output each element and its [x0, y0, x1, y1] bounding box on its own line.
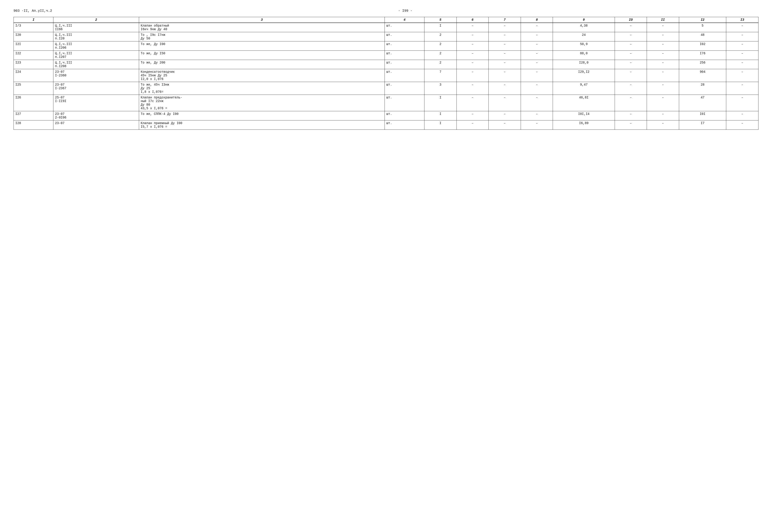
cell-9-c2: 23-07 2-0I06	[53, 111, 139, 120]
table-row: I/3Ц.I,ч.III II66Клапан обратный I6кч 9н…	[14, 23, 758, 32]
cell-7-c4: шт.	[385, 82, 424, 95]
cell-3-c12: I02	[679, 41, 726, 51]
cell-5-c8: –	[521, 60, 553, 69]
cell-3-c5: 2	[424, 41, 457, 51]
cell-8-c2: 25-07 I-II9I	[53, 95, 139, 111]
cell-4-c8: –	[521, 51, 553, 60]
cell-1-c2: Ц.I,ч.III II66	[53, 23, 139, 32]
col-header-3: 3	[139, 17, 385, 23]
cell-3-c4: шт.	[385, 41, 424, 51]
cell-10-c3: Клапан приемный Ду I00 I5,7 x I,076 =	[139, 120, 385, 130]
cell-7-c1: I25	[14, 82, 53, 95]
cell-10-c5: I	[424, 120, 457, 130]
cell-9-c11: –	[647, 111, 679, 120]
cell-1-c3: Клапан обратный I6кч 9нж Ду 40	[139, 23, 385, 32]
col-header-2: 2	[53, 17, 139, 23]
table-row: I20Ц.I,ч.III п.I20То , I9с I7нж Ду 50шт.…	[14, 32, 758, 41]
cell-10-c9: I6,89	[553, 120, 615, 130]
page-header: 903 -II, Ап.уII,ч.2 - I99 -	[14, 9, 758, 13]
cell-8-c8: –	[521, 95, 553, 111]
cell-4-c6: –	[456, 51, 489, 60]
cell-7-c5: 3	[424, 82, 457, 95]
table-header-row: I 2 3 4 5 6 7 8 9 IO II I2 I3	[14, 17, 758, 23]
cell-1-c4: шт.	[385, 23, 424, 32]
cell-8-c10: –	[615, 95, 647, 111]
cell-9-c7: –	[489, 111, 521, 120]
cell-2-c2: Ц.I,ч.III п.I20	[53, 32, 139, 41]
cell-9-c12: I0I	[679, 111, 726, 120]
col-header-4: 4	[385, 17, 424, 23]
cell-8-c1: I26	[14, 95, 53, 111]
cell-10-c11: –	[647, 120, 679, 130]
cell-2-c11: –	[647, 32, 679, 41]
cell-7-c12: 28	[679, 82, 726, 95]
cell-6-c1: I24	[14, 69, 53, 82]
cell-6-c7: –	[489, 69, 521, 82]
cell-6-c8: –	[521, 69, 553, 82]
cell-3-c3: То же, Ду I00	[139, 41, 385, 51]
table-row: I2723-07 2-0I06То же, СППК-4 Ду I00шт.I–…	[14, 111, 758, 120]
cell-2-c10: –	[615, 32, 647, 41]
cell-1-c12: 5	[679, 23, 726, 32]
cell-8-c6: –	[456, 95, 489, 111]
cell-9-c10: –	[615, 111, 647, 120]
col-header-9: 9	[553, 17, 615, 23]
cell-4-c12: I76	[679, 51, 726, 60]
cell-2-c7: –	[489, 32, 521, 41]
cell-2-c8: –	[521, 32, 553, 41]
cell-10-c2: 23-07	[53, 120, 139, 130]
cell-5-c10: –	[615, 60, 647, 69]
cell-3-c10: –	[615, 41, 647, 51]
cell-7-c9: 9,47	[553, 82, 615, 95]
cell-3-c13: –	[726, 41, 758, 51]
cell-9-c13: –	[726, 111, 758, 120]
col-header-11: II	[647, 17, 679, 23]
cell-2-c12: 48	[679, 32, 726, 41]
cell-8-c7: –	[489, 95, 521, 111]
cell-9-c9: I0I,I4	[553, 111, 615, 120]
cell-9-c3: То же, СППК-4 Ду I00	[139, 111, 385, 120]
cell-2-c3: То , I9с I7нж Ду 50	[139, 32, 385, 41]
cell-2-c4: шт.	[385, 32, 424, 41]
cell-3-c6: –	[456, 41, 489, 51]
table-row: I23Ц.I,ч.III п.I208То же, Ду 200шт.2–––I…	[14, 60, 758, 69]
cell-5-c13: –	[726, 60, 758, 69]
cell-10-c4: шт.	[385, 120, 424, 130]
col-header-8: 8	[521, 17, 553, 23]
cell-7-c7: –	[489, 82, 521, 95]
cell-6-c3: Конденсатоотводчик 45ч I5нж Ду 25 I2,0 x…	[139, 69, 385, 82]
cell-5-c3: То же, Ду 200	[139, 60, 385, 69]
cell-6-c13: –	[726, 69, 758, 82]
cell-4-c10: –	[615, 51, 647, 60]
cell-7-c2: 23-07 I-2367	[53, 82, 139, 95]
cell-7-c8: –	[521, 82, 553, 95]
col-header-6: 6	[456, 17, 489, 23]
cell-1-c7: –	[489, 23, 521, 32]
cell-6-c2: 23-07 I-2360	[53, 69, 139, 82]
cell-4-c9: 88,0	[553, 51, 615, 60]
col-header-10: IO	[615, 17, 647, 23]
cell-9-c8: –	[521, 111, 553, 120]
cell-4-c3: То же, Ду I50	[139, 51, 385, 60]
cell-6-c4: шт.	[385, 69, 424, 82]
cell-5-c1: I23	[14, 60, 53, 69]
cell-3-c7: –	[489, 41, 521, 51]
cell-3-c9: 50,9	[553, 41, 615, 51]
cell-5-c12: 256	[679, 60, 726, 69]
cell-10-c6: –	[456, 120, 489, 130]
col-header-7: 7	[489, 17, 521, 23]
cell-8-c13: –	[726, 95, 758, 111]
col-header-5: 5	[424, 17, 457, 23]
table-row: I2625-07 I-II9IКлапан предохранитель- ны…	[14, 95, 758, 111]
cell-7-c13: –	[726, 82, 758, 95]
col-header-13: I3	[726, 17, 758, 23]
cell-5-c2: Ц.I,ч.III п.I208	[53, 60, 139, 69]
cell-1-c10: –	[615, 23, 647, 32]
cell-3-c11: –	[647, 41, 679, 51]
cell-4-c7: –	[489, 51, 521, 60]
cell-3-c2: Ц.I,ч.III п.I206	[53, 41, 139, 51]
cell-2-c13: –	[726, 32, 758, 41]
cell-10-c1: I28	[14, 120, 53, 130]
cell-6-c6: –	[456, 69, 489, 82]
cell-6-c10: –	[615, 69, 647, 82]
